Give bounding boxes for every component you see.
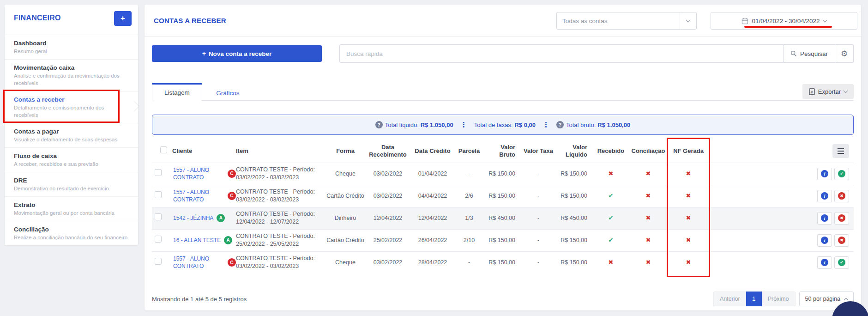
- client-link[interactable]: 1542 - JÉZINHA: [173, 214, 213, 222]
- item-cell: CONTRATO TESTE - Período: 12/04/2022 - 1…: [236, 207, 326, 229]
- col-valor-liquido: Valor Líquido: [555, 140, 594, 163]
- financeiro-app: FINANCEIRO + Dashboard Resumo geral Movi…: [0, 0, 868, 316]
- forma-cell: Dinheiro: [326, 207, 365, 229]
- sidebar-item-dre[interactable]: DRE Demonstrativo do resultado de exercí…: [5, 172, 138, 197]
- table-row: 1557 - ALUNO CONTRATOCCONTRATO TESTE - P…: [152, 251, 854, 273]
- total-taxas-value: R$ 0,00: [514, 122, 536, 128]
- row-checkbox[interactable]: [155, 191, 162, 198]
- col-forma: Forma: [326, 140, 365, 163]
- chevron-down-icon: [680, 12, 696, 29]
- column-settings-button[interactable]: [832, 144, 849, 158]
- tab-graficos[interactable]: Gráficos: [204, 85, 251, 102]
- confirm-button[interactable]: ✔: [834, 256, 849, 269]
- client-link[interactable]: 1557 - ALUNO CONTRATO: [173, 255, 224, 270]
- x-icon: ✖: [609, 170, 614, 177]
- total-liquido-value: R$ 1.050,00: [421, 122, 453, 128]
- x-icon: ✖: [646, 170, 651, 177]
- info-button[interactable]: i: [817, 256, 832, 269]
- valor-taxa-cell: -: [522, 163, 555, 185]
- tab-bar: Listagem Gráficos x Exportar: [152, 83, 854, 101]
- account-filter-select[interactable]: Todas as contas: [556, 12, 697, 30]
- info-button[interactable]: i: [817, 234, 832, 247]
- gear-icon: ⚙: [841, 49, 848, 58]
- actions-cell: i✔: [708, 251, 854, 273]
- sidebar-item-movimentacao-caixa[interactable]: Movimentação caixa Análise e confirmação…: [5, 60, 138, 91]
- row-checkbox[interactable]: [155, 258, 162, 265]
- table-header-row: Cliente Item Forma Data Recebimento Data…: [152, 140, 854, 163]
- sidebar-item-conciliacao[interactable]: Conciliação Realize a conciliação bancár…: [5, 221, 138, 245]
- tab-listagem[interactable]: Listagem: [152, 83, 202, 101]
- client-link[interactable]: 16 - ALLAN TESTE: [173, 237, 221, 244]
- info-button[interactable]: i: [817, 168, 832, 180]
- data-credito-cell: 12/04/2022: [411, 207, 454, 229]
- nf-gerada-cell: ✖: [669, 163, 708, 185]
- conciliacao-cell: ✖: [628, 251, 669, 273]
- parcela-cell: 2/10: [454, 229, 484, 251]
- data-credito-cell: 04/04/2022: [411, 185, 454, 207]
- table-body: 1557 - ALUNO CONTRATOCCONTRATO TESTE - P…: [152, 163, 854, 273]
- item-cell: CONTRATO TESTE - Período: 03/02/2022 - 0…: [236, 185, 326, 207]
- search-button[interactable]: Pesquisar: [784, 44, 835, 63]
- x-icon: ✖: [686, 237, 691, 243]
- confirm-button[interactable]: ✔: [834, 168, 849, 180]
- cancel-button[interactable]: ✖: [834, 212, 849, 225]
- date-range-button[interactable]: 01/04/2022 - 30/04/2022: [711, 12, 857, 30]
- export-button[interactable]: x Exportar: [802, 84, 854, 99]
- cancel-button[interactable]: ✖: [834, 234, 849, 247]
- new-receivable-button[interactable]: +Nova conta a receber: [152, 45, 322, 62]
- info-button[interactable]: i: [817, 190, 832, 202]
- sidebar-item-fluxo-de-caixa[interactable]: Fluxo de caixa A receber, recebidos e su…: [5, 148, 138, 172]
- check-icon: ✔: [609, 214, 614, 221]
- sidebar-item-extrato[interactable]: Extrato Movimentação geral ou por conta …: [5, 197, 138, 221]
- settings-button[interactable]: ⚙: [835, 44, 854, 63]
- parcela-cell: -: [454, 163, 484, 185]
- cancel-button[interactable]: ✖: [834, 190, 849, 202]
- current-page-button[interactable]: 1: [746, 292, 762, 306]
- next-page-button[interactable]: Próximo: [762, 292, 796, 306]
- previous-page-button[interactable]: Anterior: [713, 292, 746, 306]
- client-link[interactable]: 1557 - ALUNO CONTRATO: [173, 188, 224, 203]
- actions-cell: i✖: [708, 185, 854, 207]
- search-input[interactable]: [339, 44, 784, 63]
- data-recebimento-cell: 12/04/2022: [365, 207, 411, 229]
- client-badge: C: [228, 192, 236, 200]
- x-circle-icon: ✖: [838, 192, 845, 200]
- page-title: CONTAS A RECEBER: [154, 17, 226, 24]
- info-button[interactable]: i: [817, 212, 832, 225]
- sidebar-item-dashboard[interactable]: Dashboard Resumo geral: [5, 35, 138, 60]
- sidebar-item-contas-a-pagar[interactable]: Contas a pagar Visualize o detalhamento …: [5, 123, 138, 148]
- row-checkbox[interactable]: [155, 236, 162, 243]
- x-icon: ✖: [686, 192, 691, 199]
- total-bruto-value: R$ 1.050,00: [597, 122, 630, 128]
- valor-taxa-cell: -: [522, 185, 555, 207]
- conciliacao-cell: ✖: [628, 207, 669, 229]
- parcela-cell: 2/6: [454, 185, 484, 207]
- parcela-cell: -: [454, 251, 484, 273]
- add-button[interactable]: +: [114, 11, 132, 26]
- panel-header: CONTAS A RECEBER Todas as contas 01/04/2…: [145, 5, 861, 37]
- col-data-credito: Data Crédito: [411, 140, 454, 163]
- conciliacao-cell: ✖: [628, 163, 669, 185]
- check-circle-icon: ✔: [838, 259, 845, 266]
- row-checkbox[interactable]: [155, 169, 162, 176]
- help-icon[interactable]: ?: [556, 121, 564, 128]
- data-recebimento-cell: 25/02/2022: [365, 229, 411, 251]
- select-all-checkbox[interactable]: [160, 146, 167, 153]
- sidebar-item-contas-a-receber[interactable]: Contas a receber Detalhamento e comissio…: [5, 91, 138, 123]
- pagination: Anterior 1 Próximo 50 por página: [713, 292, 854, 306]
- col-cliente: Cliente: [172, 140, 236, 163]
- table-row: 1542 - JÉZINHAACONTRATO TESTE - Período:…: [152, 207, 854, 229]
- client-badge: A: [224, 236, 232, 244]
- data-recebimento-cell: 03/02/2022: [365, 185, 411, 207]
- check-icon: ✔: [609, 192, 614, 199]
- item-cell: CONTRATO TESTE - Período: 25/02/2022 - 2…: [236, 229, 326, 251]
- totals-bar: ? Total líquido: R$ 1.050,00 ⋮ Total de …: [152, 115, 854, 135]
- client-link[interactable]: 1557 - ALUNO CONTRATO: [173, 166, 224, 181]
- valor-liquido-cell: R$ 150,00: [555, 163, 594, 185]
- valor-taxa-cell: -: [522, 251, 555, 273]
- data-recebimento-cell: 03/02/2022: [365, 251, 411, 273]
- help-icon[interactable]: ?: [375, 121, 383, 128]
- data-credito-cell: 28/04/2022: [411, 251, 454, 273]
- table-footer: Mostrando de 1 até 5 de 5 registros Ante…: [152, 289, 854, 309]
- row-checkbox[interactable]: [155, 213, 162, 220]
